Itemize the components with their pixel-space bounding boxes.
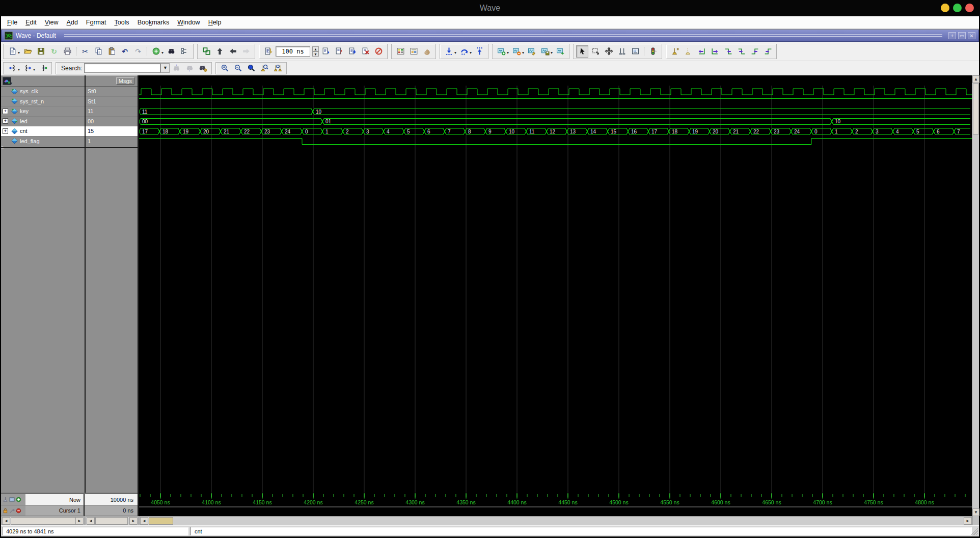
zoom-in-button[interactable]: [219, 62, 231, 74]
values-scroll-right[interactable]: ►: [129, 517, 138, 525]
signal-row-led_flag[interactable]: led_flag: [1, 137, 85, 147]
edit-mode-button[interactable]: [629, 45, 641, 58]
previous-rising-edge-button[interactable]: [748, 45, 760, 58]
zoom-cursor-button[interactable]: [258, 62, 270, 74]
pane-close-button[interactable]: ✕: [968, 32, 975, 39]
signal-mode-dropdown[interactable]: ▾: [10, 81, 12, 86]
scroll-up-button[interactable]: ▲: [972, 75, 979, 83]
cursor-properties-icon[interactable]: [9, 497, 15, 502]
run-all-button[interactable]: [346, 45, 358, 58]
collapse-all-button[interactable]: [37, 62, 49, 74]
edit-wave-button[interactable]: [526, 45, 538, 58]
select-mode-button[interactable]: [576, 45, 588, 58]
wave-pane-titlebar[interactable]: Wave - Default + ▭ ✕: [1, 30, 979, 42]
scroll-down-button[interactable]: ▼: [972, 508, 979, 516]
msgs-header-label[interactable]: Msgs: [116, 77, 134, 85]
zoom-range-button[interactable]: [271, 62, 284, 74]
menu-format[interactable]: Format: [82, 17, 111, 28]
values-hscrollbar[interactable]: ◄ ►: [86, 516, 139, 525]
expand-time-button[interactable]: [21, 62, 34, 74]
group-signals-button[interactable]: [200, 45, 212, 58]
memory-list-button[interactable]: [394, 45, 406, 58]
lock-cursor-icon[interactable]: [3, 508, 8, 514]
values-scroll-left[interactable]: ◄: [87, 517, 95, 525]
save-wave-button[interactable]: [539, 45, 551, 58]
insert-cursor-small-icon[interactable]: [3, 497, 8, 502]
save-button[interactable]: [35, 45, 47, 58]
memory-data-button[interactable]: [407, 45, 420, 58]
wave-hscrollbar[interactable]: ◄ ►: [139, 516, 973, 525]
run-length-field[interactable]: 100 ns: [276, 46, 310, 57]
next-rising-edge-button[interactable]: [761, 45, 774, 58]
stop-button[interactable]: [359, 45, 371, 58]
previous-falling-edge-button[interactable]: [722, 45, 734, 58]
signal-row-led[interactable]: +led: [1, 117, 85, 127]
cursor-settings-icon[interactable]: [9, 508, 15, 514]
menu-add[interactable]: Add: [63, 17, 82, 28]
add-wave-button[interactable]: [495, 45, 507, 58]
maximize-light[interactable]: [953, 4, 962, 12]
find-button[interactable]: [165, 45, 177, 58]
cut-button[interactable]: ✂: [79, 45, 91, 58]
collapse-time-button[interactable]: [6, 62, 18, 74]
open-button[interactable]: [21, 45, 34, 58]
print-button[interactable]: [61, 45, 73, 58]
signal-value-key[interactable]: 11: [86, 106, 138, 117]
add-selected-button[interactable]: [150, 45, 162, 58]
names-scroll-thumb[interactable]: [11, 517, 76, 525]
restart-button[interactable]: [262, 45, 274, 58]
vertical-scroll-thumb[interactable]: [973, 84, 979, 134]
break-button[interactable]: [372, 45, 385, 58]
run-length-spinner[interactable]: ▲▼: [312, 46, 319, 57]
search-options-button[interactable]: [197, 62, 209, 74]
remove-cursor-icon[interactable]: [16, 508, 21, 514]
menu-window[interactable]: Window: [173, 17, 204, 28]
menu-file[interactable]: File: [3, 17, 21, 28]
signal-row-key[interactable]: +key: [1, 106, 85, 117]
search-reverse-button[interactable]: [170, 62, 182, 74]
next-transition-button[interactable]: [709, 45, 721, 58]
names-scroll-left[interactable]: ◄: [2, 517, 10, 525]
paste-button[interactable]: [105, 45, 118, 58]
move-up-button[interactable]: [213, 45, 226, 58]
search-input[interactable]: [84, 63, 160, 73]
expand-box[interactable]: +: [3, 128, 8, 134]
wave-scroll-left[interactable]: ◄: [140, 517, 148, 525]
run-length-value[interactable]: 100 ns: [278, 48, 308, 55]
menu-help[interactable]: Help: [204, 17, 226, 28]
wave-scroll-thumb[interactable]: [149, 517, 173, 525]
menu-edit[interactable]: Edit: [21, 17, 41, 28]
add-cursor-icon[interactable]: [16, 497, 21, 502]
redo-button[interactable]: ↷: [132, 45, 144, 58]
insert-cursor-button[interactable]: [669, 45, 681, 58]
expand-box[interactable]: +: [3, 118, 8, 124]
next-falling-edge-button[interactable]: [735, 45, 747, 58]
run-button[interactable]: [319, 45, 332, 58]
cursor1-value-cell[interactable]: 0 ns: [85, 505, 138, 516]
undo-button[interactable]: ↶: [119, 45, 131, 58]
pane-undock-button[interactable]: +: [948, 32, 956, 39]
new-file-button[interactable]: [6, 45, 18, 58]
zoom-out-button[interactable]: [232, 62, 244, 74]
signal-value-led[interactable]: 00: [86, 117, 138, 127]
expand-hierarchy-button[interactable]: [178, 45, 190, 58]
search-dropdown[interactable]: ▼: [160, 63, 170, 73]
pan-mode-button[interactable]: [603, 45, 615, 58]
menu-view[interactable]: View: [41, 17, 63, 28]
cursor1-label-cell[interactable]: Cursor 1: [25, 505, 85, 516]
delete-cursor-button[interactable]: [682, 45, 694, 58]
wave-vertical-scrollbar[interactable]: ▲ ▼: [972, 75, 979, 516]
spin-up[interactable]: ▲: [312, 46, 319, 51]
stop-options-button[interactable]: [647, 45, 659, 58]
copy-button[interactable]: [92, 45, 104, 58]
wave-scroll-right[interactable]: ►: [964, 517, 972, 525]
pane-maximize-button[interactable]: ▭: [958, 32, 966, 39]
signal-value-cnt[interactable]: 15: [86, 126, 138, 137]
names-scroll-right[interactable]: ►: [75, 517, 84, 525]
move-right-button[interactable]: [240, 45, 252, 58]
step-into-button[interactable]: [443, 45, 455, 58]
minimize-light[interactable]: [941, 4, 949, 12]
signal-value-sys_clk[interactable]: St0: [86, 87, 138, 97]
signal-row-sys_rst_n[interactable]: sys_rst_n: [1, 97, 85, 107]
zoom-full-button[interactable]: [245, 62, 257, 74]
